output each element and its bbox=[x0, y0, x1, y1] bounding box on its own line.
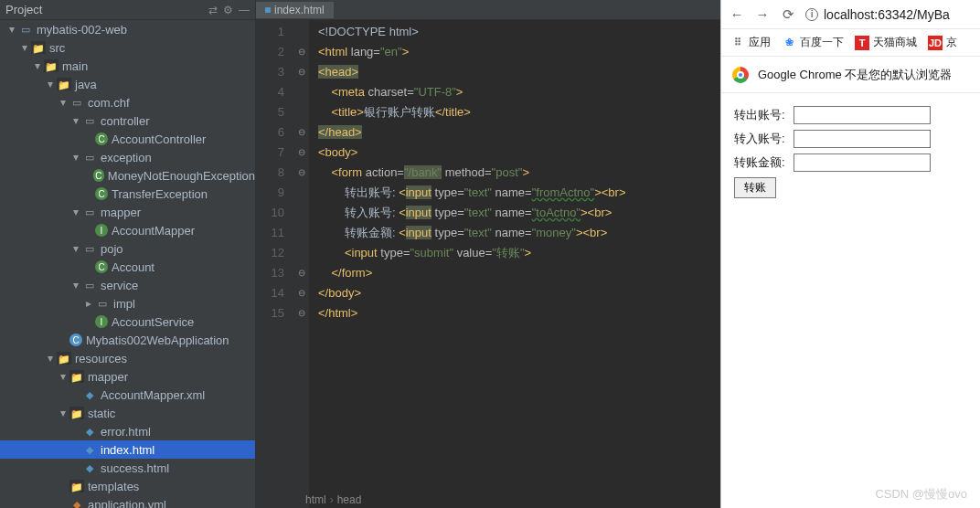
bookmark-baidu[interactable]: ❀ 百度一下 bbox=[782, 35, 844, 50]
caret-icon[interactable]: ▾ bbox=[44, 352, 57, 365]
tmall-icon: T bbox=[855, 36, 869, 50]
submit-button[interactable]: 转账 bbox=[734, 177, 776, 198]
tree-node-mapper[interactable]: ▾📁mapper bbox=[0, 367, 255, 386]
bookmarks-bar: ⠿ 应用 ❀ 百度一下 T 天猫商城 JD 京 bbox=[721, 29, 980, 57]
fold-icon: 📁 bbox=[69, 370, 84, 383]
tab-label: index.html bbox=[274, 4, 325, 16]
tree-node-com-chf[interactable]: ▾▭com.chf bbox=[0, 93, 255, 111]
jd-icon: JD bbox=[928, 36, 943, 50]
line-gutter: 123456789101112131415 bbox=[256, 20, 294, 508]
bookmark-tmall[interactable]: T 天猫商城 bbox=[855, 35, 917, 50]
caret-icon[interactable]: ▾ bbox=[31, 59, 44, 72]
tree-label: mapper bbox=[101, 206, 141, 219]
transfer-form: 转出账号: 转入账号: 转账金额: 转账 bbox=[734, 106, 967, 198]
caret-icon[interactable]: ▾ bbox=[44, 78, 57, 90]
caret-icon[interactable]: ▾ bbox=[5, 23, 18, 36]
tree-node-pojo[interactable]: ▾▭pojo bbox=[0, 239, 255, 258]
tree-label: application.yml bbox=[88, 498, 166, 509]
tree-node-controller[interactable]: ▾▭controller bbox=[0, 111, 255, 130]
caret-icon[interactable]: ▾ bbox=[69, 151, 82, 164]
bookmark-jd[interactable]: JD 京 bbox=[928, 35, 957, 50]
caret-icon[interactable]: ▸ bbox=[82, 297, 95, 310]
tree-label: resources bbox=[75, 352, 127, 365]
label-money: 转账金额: bbox=[734, 154, 794, 171]
reload-icon[interactable]: ⟳ bbox=[780, 6, 796, 23]
tree-node-static[interactable]: ▾📁static bbox=[0, 404, 255, 422]
tree-node-service[interactable]: ▾▭service bbox=[0, 276, 255, 294]
int-icon: I bbox=[95, 224, 108, 237]
tree-node-index-html[interactable]: ◆index.html bbox=[0, 440, 255, 459]
caret-icon[interactable]: ▾ bbox=[69, 242, 82, 255]
pkg-icon: ▭ bbox=[82, 279, 97, 291]
tree-label: templates bbox=[88, 480, 139, 493]
tree-label: src bbox=[49, 41, 65, 55]
code-editor[interactable]: 123456789101112131415 ⊖⊖⊖⊖⊖⊖⊖⊖ <!DOCTYPE… bbox=[256, 20, 720, 508]
tree-node-transferexception[interactable]: CTransferException bbox=[0, 185, 255, 203]
fold-icon: 📁 bbox=[57, 78, 71, 90]
apps-icon: ⠿ bbox=[730, 36, 745, 50]
tree-node-impl[interactable]: ▸▭impl bbox=[0, 294, 255, 312]
tree-node-java[interactable]: ▾📁java bbox=[0, 75, 255, 93]
back-icon[interactable]: ← bbox=[729, 6, 745, 22]
input-to-actno[interactable] bbox=[794, 130, 931, 148]
caret-icon[interactable]: ▾ bbox=[69, 114, 82, 127]
tree-node-mybatis-002-web[interactable]: ▾▭mybatis-002-web bbox=[0, 20, 255, 38]
caret-icon[interactable]: ▾ bbox=[18, 41, 31, 54]
chrome-icon bbox=[732, 67, 749, 83]
collapse-icon[interactable]: ⇄ bbox=[208, 4, 218, 16]
tree-label: AccountMapper.xml bbox=[101, 388, 205, 402]
forward-icon[interactable]: → bbox=[754, 6, 771, 22]
tree-label: AccountController bbox=[112, 132, 206, 146]
tab-index-html[interactable]: index.html bbox=[256, 2, 334, 18]
tree-label: AccountMapper bbox=[112, 224, 195, 238]
caret-icon[interactable]: ▾ bbox=[69, 279, 82, 291]
fold-icon: 📁 bbox=[57, 352, 71, 365]
tree-node-success-html[interactable]: ◆success.html bbox=[0, 459, 255, 477]
tree-node-application-yml[interactable]: ◆application.yml bbox=[0, 495, 255, 508]
tree-label: mapper bbox=[88, 370, 128, 384]
input-money[interactable] bbox=[794, 153, 931, 172]
tree-label: TransferException bbox=[112, 187, 208, 201]
breadcrumb[interactable]: html›head bbox=[298, 492, 368, 508]
tree-label: AccountService bbox=[112, 315, 194, 329]
address-bar[interactable]: i localhost:63342/MyBa bbox=[805, 7, 973, 22]
caret-icon[interactable]: ▾ bbox=[57, 407, 69, 419]
tree-node-exception[interactable]: ▾▭exception bbox=[0, 148, 255, 166]
hide-icon[interactable]: — bbox=[239, 4, 250, 16]
caret-icon[interactable]: ▾ bbox=[69, 206, 82, 218]
cls-icon: C bbox=[95, 132, 108, 145]
tree-node-resources[interactable]: ▾📁resources bbox=[0, 349, 255, 367]
tree-node-error-html[interactable]: ◆error.html bbox=[0, 422, 255, 440]
browser-pane: ← → ⟳ i localhost:63342/MyBa ⠿ 应用 ❀ 百度一下… bbox=[720, 0, 980, 508]
page-content: 转出账号: 转入账号: 转账金额: 转账 bbox=[721, 93, 980, 211]
fold-icon: 📁 bbox=[69, 480, 84, 492]
tree-node-accountservice[interactable]: IAccountService bbox=[0, 312, 255, 331]
tree-node-accountmapper-xml[interactable]: ◆AccountMapper.xml bbox=[0, 386, 255, 404]
int-icon: I bbox=[95, 315, 108, 328]
tree-node-moneynotenoughexception[interactable]: CMoneyNotEnoughException bbox=[0, 166, 255, 185]
html-icon: ◆ bbox=[82, 443, 97, 456]
tree-node-main[interactable]: ▾📁main bbox=[0, 57, 255, 75]
tree-node-account[interactable]: CAccount bbox=[0, 258, 255, 276]
url-text: localhost:63342/MyBa bbox=[824, 7, 950, 22]
bookmark-apps[interactable]: ⠿ 应用 bbox=[730, 35, 771, 50]
tree-label: com.chf bbox=[88, 96, 130, 110]
pkg-icon: ▭ bbox=[95, 297, 110, 310]
caret-icon[interactable]: ▾ bbox=[57, 96, 69, 109]
tree-label: controller bbox=[101, 114, 149, 128]
tree-node-accountmapper[interactable]: IAccountMapper bbox=[0, 221, 255, 239]
tree-node-mapper[interactable]: ▾▭mapper bbox=[0, 203, 255, 221]
fold-icon: 📁 bbox=[44, 59, 59, 72]
tree-node-templates[interactable]: 📁templates bbox=[0, 477, 255, 495]
project-panel-header: Project ⇄ ⚙ — bbox=[0, 0, 255, 20]
caret-icon[interactable]: ▾ bbox=[57, 370, 69, 383]
site-info-icon[interactable]: i bbox=[805, 8, 818, 21]
gear-icon[interactable]: ⚙ bbox=[223, 4, 233, 16]
tree-node-accountcontroller[interactable]: CAccountController bbox=[0, 130, 255, 148]
tree-label: java bbox=[75, 78, 97, 91]
yml-icon: ◆ bbox=[69, 498, 84, 508]
code-text[interactable]: <!DOCTYPE html> <html lang="en"> <head> … bbox=[309, 20, 720, 508]
tree-node-src[interactable]: ▾📁src bbox=[0, 38, 255, 57]
tree-node-mybatis002webapplication[interactable]: CMybatis002WebApplication bbox=[0, 331, 255, 349]
input-from-actno[interactable] bbox=[794, 106, 931, 124]
